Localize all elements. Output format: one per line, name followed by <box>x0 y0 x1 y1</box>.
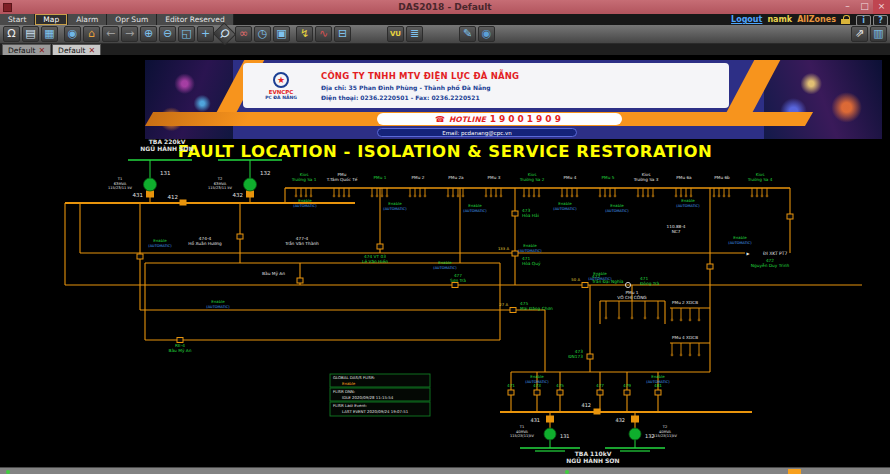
switch-device[interactable] <box>377 244 383 249</box>
menu-tab-start[interactable]: Start <box>0 14 35 25</box>
report-icon[interactable]: ▥ <box>870 26 887 42</box>
alarm-bell-icon[interactable]: Ω <box>3 26 20 42</box>
zone-selector[interactable]: AllZones <box>797 15 836 24</box>
clipboard-icon[interactable]: ▣ <box>273 26 290 42</box>
tap-transformer <box>637 195 639 197</box>
power-transformer[interactable] <box>244 178 257 191</box>
diagram-label: Enable <box>211 299 225 304</box>
power-transformer[interactable] <box>144 178 157 191</box>
diagram-label: 473Hòa Hải <box>522 208 539 218</box>
search-magnifier-icon[interactable]: Ϙ <box>213 22 236 45</box>
globe-session-icon[interactable]: ◉ <box>64 26 81 42</box>
screen-note-icon[interactable]: ⊟ <box>334 26 351 42</box>
refresh-clock-icon[interactable]: ◷ <box>254 26 271 42</box>
map-canvas[interactable]: ★ EVNCPC PC ĐÀ NẴNG CÔNG TY TNHH MTV ĐIỆ… <box>0 56 890 467</box>
diagram-label: Enable <box>593 271 607 276</box>
switch-device[interactable] <box>180 200 186 205</box>
diagram-label: (AUTOMATIC) <box>148 244 172 248</box>
trend-chart-icon[interactable]: ⇗ <box>851 26 868 42</box>
diagram-label: Enable <box>558 201 572 206</box>
forward-icon[interactable]: → <box>121 26 138 42</box>
tap-transformer <box>409 195 411 197</box>
switch-device[interactable] <box>587 354 593 359</box>
title-bar[interactable]: DAS2018 - Default – □ × <box>0 0 890 14</box>
diagram-label: KiosTrường Sa 4 <box>747 172 773 182</box>
switch-device[interactable] <box>510 308 516 313</box>
folder-icon[interactable]: ▤ <box>22 26 39 42</box>
switch-device[interactable] <box>787 214 793 219</box>
tile-view-icon[interactable]: ▦ <box>41 26 58 42</box>
tap-transformer <box>713 195 715 197</box>
switch-device[interactable] <box>247 191 254 197</box>
switch-device[interactable] <box>147 191 154 197</box>
logout-link[interactable]: Logout <box>731 15 762 24</box>
tab-close-icon[interactable]: ✕ <box>38 46 45 55</box>
vu-meter-icon[interactable]: VU <box>387 26 404 42</box>
switch-device[interactable] <box>237 234 243 239</box>
menu-tab-map[interactable]: Map <box>35 14 68 25</box>
switch-device[interactable] <box>177 338 183 343</box>
power-trace-icon[interactable]: ↯ <box>296 26 313 42</box>
switch-device[interactable] <box>594 409 600 414</box>
diagram-label: Enable <box>651 374 665 379</box>
diagram-label: 475 <box>556 383 564 388</box>
tap-transformer <box>718 195 720 197</box>
switch-device[interactable] <box>512 211 518 216</box>
maximize-button[interactable]: □ <box>856 0 873 14</box>
tap-transformer <box>571 195 573 197</box>
menu-tab-opr-sum[interactable]: Opr Sum <box>107 14 157 25</box>
document-tab[interactable]: Default✕ <box>52 44 101 55</box>
cable-view-icon[interactable]: ∿ <box>315 26 332 42</box>
document-tabs: Default✕Default✕ <box>0 44 890 56</box>
tap-transformer <box>675 195 677 197</box>
diagram-label: 432 <box>233 192 244 198</box>
levels-icon[interactable]: ≣ <box>406 26 423 42</box>
switch-device[interactable] <box>707 264 713 269</box>
document-tab[interactable]: Default✕ <box>2 44 51 55</box>
tap-transformer <box>523 195 525 197</box>
switch-device[interactable] <box>547 416 554 422</box>
tap-transformer <box>500 195 502 197</box>
tap-transformer <box>414 195 416 197</box>
home-icon[interactable]: ⌂ <box>83 26 100 42</box>
tap-transformer <box>310 195 312 197</box>
switch-device[interactable] <box>582 283 588 288</box>
menu-tab-alarm[interactable]: Alarm <box>68 14 107 25</box>
switch-device[interactable] <box>508 390 514 395</box>
pencil-icon[interactable]: ✎ <box>459 26 476 42</box>
power-transformer[interactable] <box>629 428 641 440</box>
switch-device[interactable] <box>534 390 540 395</box>
diagram-label: ĐI XKT PT7 <box>763 251 788 256</box>
diagram-label: Enable <box>733 235 747 240</box>
map-pin-icon[interactable]: ◉ <box>478 26 495 42</box>
tap-transformer <box>447 195 449 197</box>
zoom-in-icon[interactable]: ⊕ <box>140 26 157 42</box>
switch-device[interactable] <box>557 390 563 395</box>
switch-device[interactable] <box>297 278 303 283</box>
switch-device[interactable] <box>597 390 603 395</box>
pan-center-icon[interactable]: + <box>197 26 214 42</box>
das-application-window: DAS2018 - Default – □ × StartMapAlarmOpr… <box>0 0 890 474</box>
tap-transformer <box>609 195 611 197</box>
diagram-label: 133 A <box>498 246 509 251</box>
switch-device[interactable] <box>624 390 630 395</box>
switch-device[interactable] <box>655 390 661 395</box>
switch-device[interactable] <box>632 416 639 422</box>
close-button[interactable]: × <box>873 0 890 14</box>
tap-transformer <box>689 354 691 356</box>
view-3d-icon[interactable]: ∞ <box>235 26 252 42</box>
switch-device[interactable] <box>512 251 518 256</box>
diagram-label: GLOBAL DAS/S FLISR: <box>333 375 375 380</box>
back-icon[interactable]: ← <box>102 26 119 42</box>
tap-transformer <box>604 195 606 197</box>
switch-device[interactable] <box>137 254 143 259</box>
power-transformer[interactable] <box>544 428 556 440</box>
diagram-label: IDLE 2020/09/28 11:15:54 <box>342 395 394 400</box>
tap-transformer <box>485 195 487 197</box>
tab-close-icon[interactable]: ✕ <box>89 46 96 55</box>
minimize-button[interactable]: – <box>839 0 856 14</box>
zoom-out-icon[interactable]: ⊖ <box>159 26 176 42</box>
tap-transformer <box>457 195 459 197</box>
network-diagram[interactable]: TBA 220kVNGŨ HÀNH SƠN131132T163MVA115/23… <box>0 56 890 467</box>
zoom-area-icon[interactable]: ◱ <box>178 26 195 42</box>
